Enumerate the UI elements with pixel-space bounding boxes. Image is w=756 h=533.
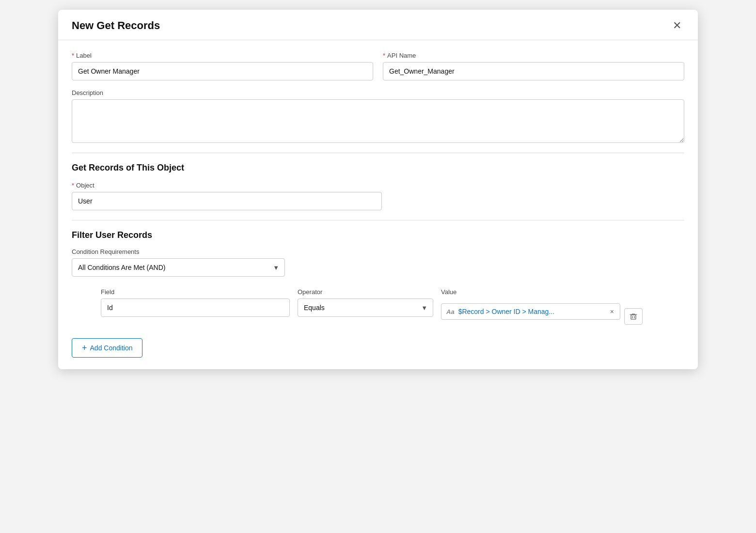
object-input[interactable] — [72, 192, 382, 210]
api-name-input[interactable] — [383, 62, 684, 80]
value-col-label: Value — [441, 288, 643, 296]
add-condition-button[interactable]: + Add Condition — [72, 338, 142, 358]
value-clear-button[interactable]: × — [609, 308, 615, 315]
delete-condition-button[interactable] — [624, 308, 643, 325]
filter-section: Filter User Records Condition Requiremen… — [72, 230, 684, 358]
add-condition-label: Add Condition — [90, 344, 133, 352]
field-col-label: Field — [101, 288, 290, 296]
condition-requirements-label: Condition Requirements — [72, 248, 684, 255]
modal-body: * Label * API Name Description Get Recor… — [58, 40, 698, 369]
field-col: Field — [101, 288, 290, 317]
api-name-required-star: * — [383, 52, 385, 59]
close-button[interactable]: ✕ — [670, 19, 684, 32]
value-type-icon: Aa — [446, 308, 455, 315]
condition-requirements-select[interactable]: All Conditions Are Met (AND) Any Conditi… — [72, 258, 285, 277]
object-group: * Object — [72, 182, 382, 210]
divider-1 — [72, 153, 684, 153]
value-wrap: Aa $Record > Owner ID > Manag... × — [441, 298, 643, 325]
description-group: Description — [72, 89, 684, 143]
condition-select-wrap: All Conditions Are Met (AND) Any Conditi… — [72, 258, 285, 277]
condition-row: Field Operator Equals Not Equal To Great… — [72, 288, 684, 325]
operator-col: Operator Equals Not Equal To Greater Tha… — [298, 288, 433, 317]
object-section-title: Get Records of This Object — [72, 163, 684, 173]
description-input[interactable] — [72, 99, 684, 143]
operator-col-label: Operator — [298, 288, 433, 296]
label-required-star: * — [72, 52, 74, 59]
modal-container: New Get Records ✕ * Label * API Name — [58, 10, 698, 369]
label-group: * Label — [72, 52, 373, 80]
field-input[interactable] — [101, 298, 290, 317]
filter-section-title: Filter User Records — [72, 230, 684, 240]
label-apiname-row: * Label * API Name — [72, 52, 684, 80]
label-input[interactable] — [72, 62, 373, 80]
operator-select-wrap: Equals Not Equal To Greater Than Less Th… — [298, 298, 433, 317]
description-label: Description — [72, 89, 684, 96]
value-field[interactable]: Aa $Record > Owner ID > Manag... × — [441, 303, 620, 320]
modal-header: New Get Records ✕ — [58, 10, 698, 40]
value-text: $Record > Owner ID > Manag... — [458, 308, 606, 315]
plus-icon: + — [82, 344, 87, 352]
api-name-field-label: * API Name — [383, 52, 684, 59]
object-required-star: * — [72, 182, 74, 189]
trash-icon — [630, 313, 637, 320]
modal-title: New Get Records — [72, 19, 160, 32]
svg-rect-0 — [631, 315, 636, 319]
operator-select[interactable]: Equals Not Equal To Greater Than Less Th… — [298, 298, 433, 317]
object-section: Get Records of This Object * Object — [72, 163, 684, 210]
api-name-group: * API Name — [383, 52, 684, 80]
divider-2 — [72, 220, 684, 220]
label-field-label: * Label — [72, 52, 373, 59]
value-col: Value Aa $Record > Owner ID > Manag... × — [441, 288, 643, 325]
object-field-label: * Object — [72, 182, 382, 189]
